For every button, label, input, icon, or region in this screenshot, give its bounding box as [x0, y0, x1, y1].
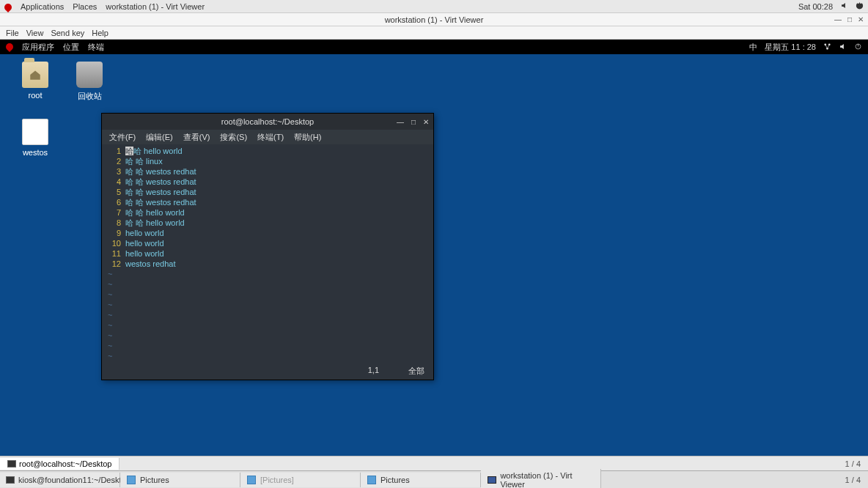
app-title: workstation (1) - Virt Viewer [106, 2, 205, 11]
guest-taskbar: root@localhost:~/Desktop 1 / 4 [0, 456, 868, 470]
host-clock[interactable]: Sat 00:28 [798, 2, 833, 11]
icon-label: root [29, 91, 43, 100]
taskbar-tab[interactable]: workstation (1) - Virt Viewer [481, 469, 601, 489]
host-top-bar: Applications Places workstation (1) - Vi… [0, 0, 868, 13]
workspace-indicator[interactable]: 1 / 4 [845, 459, 868, 468]
guest-menu-terminal[interactable]: 终端 [88, 42, 104, 53]
virt-viewer-menu: File View Send key Help [0, 26, 868, 40]
taskbar-tab[interactable]: [Pictures] [240, 473, 361, 487]
virt-title-text: workstation (1) - Virt Viewer [385, 15, 484, 24]
tab-label: root@localhost:~/Desktop [19, 459, 111, 468]
term-menu-help[interactable]: 帮助(H) [294, 132, 321, 143]
taskbar-tab[interactable]: Pictures [361, 473, 481, 487]
redhat-icon [3, 1, 13, 12]
taskbar-tab-terminal[interactable]: root@localhost:~/Desktop [0, 458, 119, 470]
guest-clock[interactable]: 星期五 11 : 28 [765, 42, 816, 53]
virt-icon [487, 475, 496, 485]
terminal-menubar: 文件(F) 编辑(E) 查看(V) 搜索(S) 终端(T) 帮助(H) [102, 130, 433, 144]
ime-indicator[interactable]: 中 [749, 42, 757, 53]
host-taskbar: kiosk@foundation11:~/DesktopPictures[Pic… [0, 470, 868, 488]
tab-label: [Pictures] [260, 476, 294, 484]
terminal-titlebar[interactable]: root@localhost:~/Desktop — □ ✕ [102, 114, 433, 130]
desktop-icon-trash[interactable]: 回收站 [67, 62, 111, 102]
guest-desktop[interactable]: root 回收站 westos root@localhost:~/Desktop… [0, 54, 868, 456]
close-button[interactable]: ✕ [858, 15, 864, 23]
terminal-icon [6, 475, 15, 485]
tab-label: Pictures [380, 476, 410, 484]
home-folder-icon [22, 62, 48, 88]
power-icon[interactable] [854, 42, 862, 52]
guest-top-bar: 应用程序 位置 终端 中 星期五 11 : 28 [0, 40, 868, 54]
vim-cursor-pos: 1,1 [368, 366, 379, 377]
redhat-icon [4, 42, 15, 52]
taskbar-tab[interactable]: Pictures [120, 473, 240, 487]
minimize-button[interactable]: — [834, 15, 842, 23]
power-icon[interactable] [856, 1, 864, 11]
menu-places[interactable]: Places [73, 2, 97, 11]
tab-label: Pictures [140, 476, 169, 484]
tab-label: kiosk@foundation11:~/Desktop [18, 476, 130, 484]
tab-label: workstation (1) - Virt Viewer [500, 471, 595, 489]
maximize-button[interactable]: □ [411, 118, 416, 126]
term-menu-search[interactable]: 搜索(S) [220, 132, 247, 143]
close-button[interactable]: ✕ [423, 118, 429, 126]
terminal-title-text: root@localhost:~/Desktop [221, 117, 314, 126]
guest-menu-apps[interactable]: 应用程序 [22, 42, 54, 53]
term-menu-edit[interactable]: 编辑(E) [146, 132, 173, 143]
menu-view[interactable]: View [26, 29, 44, 37]
taskbar-tab[interactable]: kiosk@foundation11:~/Desktop [0, 473, 120, 487]
vim-status-line: 1,1 全部 [102, 364, 433, 380]
term-menu-file[interactable]: 文件(F) [109, 132, 136, 143]
desktop-icon-westos[interactable]: westos [13, 119, 57, 157]
virt-viewer-titlebar[interactable]: workstation (1) - Virt Viewer — □ ✕ [0, 13, 868, 26]
image-icon [246, 475, 257, 485]
volume-icon[interactable] [839, 42, 847, 52]
image-icon [126, 475, 136, 485]
image-icon [367, 475, 377, 485]
maximize-button[interactable]: □ [847, 15, 852, 23]
menu-help[interactable]: Help [92, 29, 108, 37]
icon-label: 回收站 [78, 92, 102, 100]
volume-icon[interactable] [840, 1, 848, 11]
terminal-icon [7, 460, 16, 467]
term-menu-terminal[interactable]: 终端(T) [257, 132, 284, 143]
menu-file[interactable]: File [6, 29, 19, 37]
menu-applications[interactable]: Applications [21, 2, 64, 11]
menu-sendkey[interactable]: Send key [51, 29, 84, 37]
workspace-indicator[interactable]: 1 / 4 [845, 476, 868, 484]
desktop-icon-root[interactable]: root [13, 62, 57, 100]
minimize-button[interactable]: — [397, 118, 404, 126]
icon-label: westos [23, 148, 48, 157]
network-icon[interactable] [823, 42, 831, 52]
term-menu-view[interactable]: 查看(V) [183, 132, 210, 143]
file-icon [22, 119, 48, 145]
vim-mode: 全部 [408, 366, 424, 377]
trash-icon [76, 62, 103, 88]
guest-menu-places[interactable]: 位置 [63, 42, 79, 53]
terminal-body[interactable]: 1哈哈 hello world2哈 哈 linux3哈 哈 westos red… [102, 144, 433, 364]
terminal-window[interactable]: root@localhost:~/Desktop — □ ✕ 文件(F) 编辑(… [101, 113, 434, 380]
